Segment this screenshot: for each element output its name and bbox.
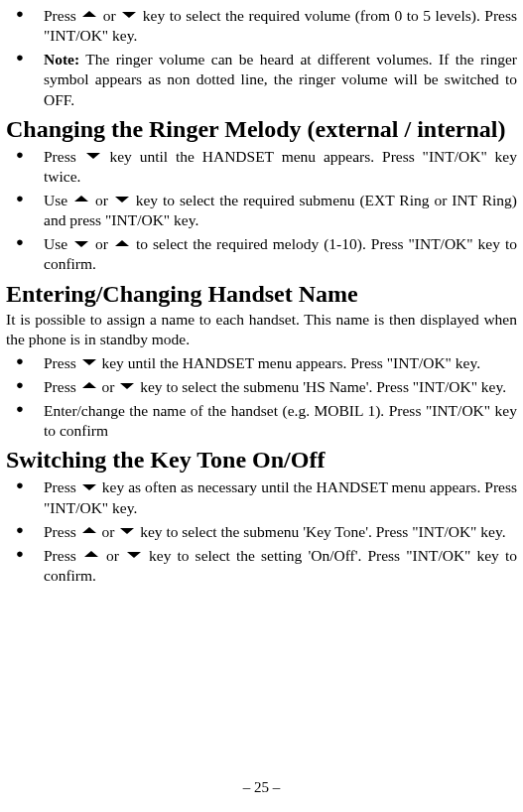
down-arrow-icon bbox=[127, 552, 141, 558]
down-arrow-icon bbox=[122, 12, 136, 18]
section-3-list: Press key as often as necessary until th… bbox=[6, 477, 517, 586]
text: The ringer volume can be heard at differ… bbox=[44, 51, 517, 107]
text: Enter/change the name of the handset (e.… bbox=[44, 402, 517, 439]
text: key until the HANDSET menu appears. Pres… bbox=[44, 148, 517, 185]
text: Press bbox=[44, 523, 80, 540]
up-arrow-icon bbox=[82, 382, 96, 388]
list-item: Press or key to select the submenu 'Key … bbox=[6, 522, 517, 542]
list-item: Press key as often as necessary until th… bbox=[6, 477, 517, 517]
heading-ringer-melody: Changing the Ringer Melody (external / i… bbox=[6, 116, 517, 143]
note-label: Note: bbox=[44, 51, 79, 68]
text: key to select the submenu 'HS Name'. Pre… bbox=[140, 378, 506, 395]
down-arrow-icon bbox=[115, 197, 129, 203]
list-item: Press or key to select the required volu… bbox=[6, 6, 517, 46]
up-arrow-icon bbox=[82, 527, 96, 533]
list-item: Note: The ringer volume can be heard at … bbox=[6, 50, 517, 109]
text: Press bbox=[44, 148, 84, 165]
up-arrow-icon bbox=[74, 196, 88, 202]
page-number: – 25 – bbox=[0, 779, 523, 796]
up-arrow-icon bbox=[82, 11, 96, 17]
text: or bbox=[95, 192, 113, 208]
text: Press bbox=[44, 478, 80, 495]
text: key as often as necessary until the HAND… bbox=[44, 478, 517, 515]
list-item: Press or key to select the submenu 'HS N… bbox=[6, 377, 517, 397]
intro-text: It is possible to assign a name to each … bbox=[6, 310, 517, 349]
list-item: Press key until the HANDSET menu appears… bbox=[6, 147, 517, 187]
down-arrow-icon bbox=[86, 153, 100, 159]
text: Press bbox=[44, 7, 80, 24]
text: Use bbox=[44, 235, 72, 252]
text: Press bbox=[44, 354, 80, 371]
down-arrow-icon bbox=[120, 528, 134, 534]
text: key to select the submenu 'Key Tone'. Pr… bbox=[140, 523, 505, 540]
text: key until the HANDSET menu appears. Pres… bbox=[101, 354, 480, 371]
list-item: Press or key to select the setting 'On/O… bbox=[6, 546, 517, 586]
text: Press bbox=[44, 547, 82, 564]
list-item: Enter/change the name of the handset (e.… bbox=[6, 401, 517, 441]
list-item: Use or key to select the required submen… bbox=[6, 191, 517, 230]
section-2-list: Press key until the HANDSET menu appears… bbox=[6, 353, 517, 442]
list-item: Press key until the HANDSET menu appears… bbox=[6, 353, 517, 373]
section-0-list: Press or key to select the required volu… bbox=[6, 6, 517, 110]
heading-handset-name: Entering/Changing Handset Name bbox=[6, 281, 517, 308]
text: or bbox=[95, 235, 113, 252]
list-item: Use or to select the required melody (1-… bbox=[6, 234, 517, 274]
text: Press bbox=[44, 378, 80, 395]
up-arrow-icon bbox=[84, 551, 98, 557]
section-1-list: Press key until the HANDSET menu appears… bbox=[6, 147, 517, 275]
down-arrow-icon bbox=[120, 383, 134, 389]
text: Use bbox=[44, 192, 72, 208]
heading-key-tone: Switching the Key Tone On/Off bbox=[6, 447, 517, 474]
down-arrow-icon bbox=[74, 241, 88, 247]
down-arrow-icon bbox=[82, 484, 96, 490]
text: or bbox=[101, 378, 118, 395]
text: or bbox=[101, 523, 118, 540]
text: or bbox=[106, 547, 125, 564]
up-arrow-icon bbox=[115, 240, 129, 246]
down-arrow-icon bbox=[82, 359, 96, 365]
page-content: Press or key to select the required volu… bbox=[0, 0, 523, 586]
text: or bbox=[103, 7, 120, 24]
